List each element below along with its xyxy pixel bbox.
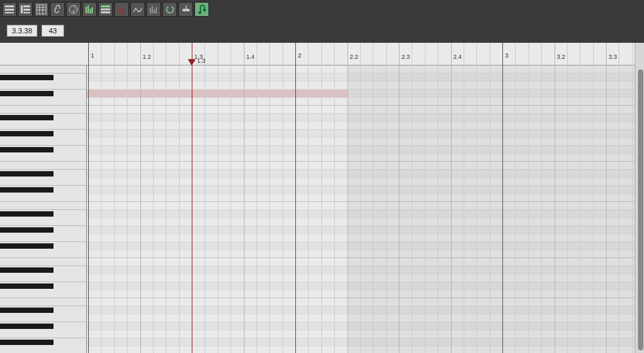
- black-key[interactable]: [0, 243, 53, 249]
- event-list-icon[interactable]: [18, 2, 33, 17]
- grid-line: [283, 43, 283, 353]
- svg-point-16: [73, 11, 74, 12]
- black-key[interactable]: [0, 308, 53, 313]
- beat-line: [606, 43, 607, 353]
- track-list-icon[interactable]: [98, 2, 113, 17]
- svg-rect-20: [92, 7, 93, 13]
- humanize-icon[interactable]: [130, 2, 145, 17]
- quantize-icon[interactable]: Q: [114, 2, 129, 17]
- black-key[interactable]: [0, 75, 53, 80]
- note-grid[interactable]: 11.21.31.422.22.32.433.23.33.4 1.3: [87, 43, 635, 353]
- notation-icon[interactable]: [50, 2, 65, 17]
- svg-rect-4: [23, 5, 30, 7]
- piano-keys[interactable]: [0, 66, 87, 353]
- svg-rect-2: [5, 12, 14, 13]
- playhead-marker-icon: [188, 59, 196, 66]
- grid-line: [218, 43, 218, 353]
- black-key[interactable]: [0, 340, 53, 345]
- black-key[interactable]: [0, 211, 53, 217]
- grid-line: [334, 43, 335, 353]
- midi-editor: 11.21.31.422.22.32.433.23.33.4 1.3: [0, 43, 644, 353]
- white-key[interactable]: [0, 82, 87, 90]
- white-key[interactable]: [0, 258, 87, 266]
- svg-text:Q: Q: [118, 5, 125, 15]
- white-key[interactable]: [0, 138, 87, 146]
- svg-point-14: [73, 6, 75, 7]
- black-key[interactable]: [0, 187, 53, 193]
- white-key[interactable]: [0, 202, 87, 210]
- notes-view-icon[interactable]: [2, 2, 17, 17]
- drum-grid-icon[interactable]: [34, 2, 49, 17]
- toolbar: Q: [0, 0, 644, 19]
- grid-columns: [87, 43, 635, 353]
- grid-line: [360, 43, 361, 353]
- beat-line: [554, 43, 555, 353]
- vertical-scrollbar-thumb[interactable]: [638, 70, 643, 350]
- white-key[interactable]: [0, 250, 87, 258]
- grid-line: [476, 43, 477, 353]
- grid-line: [114, 43, 115, 353]
- grid-line: [166, 43, 166, 353]
- svg-rect-7: [37, 5, 46, 14]
- beat-line: [244, 43, 245, 353]
- velocity-tool-icon[interactable]: [146, 2, 161, 17]
- black-key[interactable]: [0, 267, 53, 273]
- black-key[interactable]: [0, 115, 53, 120]
- white-key[interactable]: [0, 122, 87, 130]
- white-key[interactable]: [0, 162, 87, 170]
- filter-icon[interactable]: [178, 2, 193, 17]
- grid-line: [593, 43, 594, 353]
- beat-line: [399, 43, 399, 353]
- black-key[interactable]: [0, 171, 53, 176]
- white-key[interactable]: [0, 218, 87, 226]
- color-palette-icon[interactable]: [66, 2, 81, 17]
- timeline-gutter: [0, 43, 87, 66]
- svg-point-34: [198, 11, 201, 14]
- grid-line: [321, 43, 322, 353]
- white-key[interactable]: [0, 154, 87, 162]
- white-key[interactable]: [0, 274, 87, 282]
- grid-line: [153, 43, 154, 353]
- black-key[interactable]: [0, 324, 53, 329]
- grid-line: [567, 43, 568, 353]
- beat-line: [347, 43, 348, 353]
- white-key[interactable]: [0, 330, 87, 338]
- white-key[interactable]: [0, 66, 87, 74]
- note-number-field[interactable]: 43: [41, 25, 64, 37]
- svg-rect-18: [88, 5, 89, 13]
- beat-line: [140, 43, 141, 353]
- undo-icon[interactable]: [162, 2, 177, 17]
- white-key[interactable]: [0, 106, 87, 114]
- white-key[interactable]: [0, 314, 87, 322]
- grid-line: [257, 43, 257, 353]
- white-key[interactable]: [0, 234, 87, 242]
- grid-line: [204, 43, 205, 353]
- grid-line: [632, 43, 633, 353]
- white-key[interactable]: [0, 178, 87, 186]
- cc-lane-icon[interactable]: [82, 2, 97, 17]
- white-key[interactable]: [0, 98, 87, 106]
- black-key[interactable]: [0, 91, 53, 96]
- vertical-scrollbar[interactable]: [635, 43, 644, 353]
- black-key[interactable]: [0, 147, 53, 152]
- position-field[interactable]: 3.3.38: [7, 25, 37, 37]
- grid-line: [101, 43, 102, 353]
- bar-line: [295, 43, 296, 353]
- black-key[interactable]: [0, 227, 53, 233]
- grid-line: [438, 43, 438, 353]
- grid-line: [386, 43, 387, 353]
- black-key[interactable]: [0, 283, 53, 289]
- white-key[interactable]: [0, 290, 87, 298]
- grid-line: [230, 43, 231, 353]
- grid-line: [619, 43, 619, 353]
- black-key[interactable]: [0, 131, 53, 136]
- grid-line: [425, 43, 426, 353]
- step-input-icon[interactable]: [194, 2, 209, 17]
- svg-point-13: [71, 7, 72, 9]
- white-key[interactable]: [0, 194, 87, 202]
- white-key[interactable]: [0, 298, 87, 306]
- grid-line: [515, 43, 516, 353]
- svg-rect-22: [101, 9, 110, 11]
- playhead[interactable]: 1.3: [192, 43, 192, 353]
- white-key[interactable]: [0, 346, 87, 353]
